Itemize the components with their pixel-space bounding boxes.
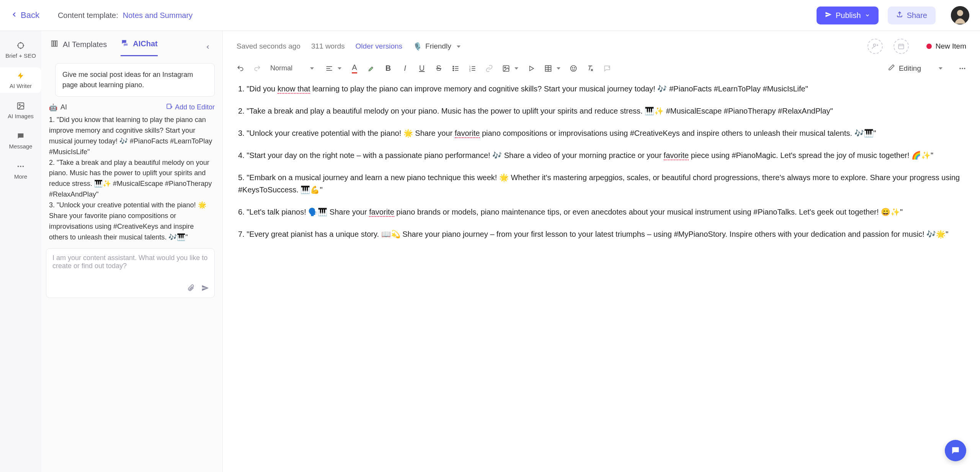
highlight-button[interactable]	[368, 65, 375, 72]
svg-point-11	[20, 166, 21, 167]
underline-button[interactable]: U	[418, 64, 426, 73]
left-rail: Brief + SEO AI Writer AI Images Message	[0, 31, 41, 472]
rail-item-ai-writer[interactable]: AI Writer	[0, 67, 41, 93]
bulleted-list-button[interactable]	[452, 65, 459, 72]
rail-label: Message	[9, 143, 33, 150]
status-label[interactable]: New Item	[936, 42, 966, 50]
doc-paragraph[interactable]: 2. "Take a break and play a beautiful me…	[238, 105, 965, 117]
pencil-icon	[888, 64, 895, 73]
word-count: 311 words	[311, 42, 345, 50]
ai-response-text: 1. "Did you know that learning to play t…	[49, 115, 215, 243]
ai-label: 🤖 AI	[49, 103, 67, 112]
tone-selector[interactable]: 🎙️ Friendly	[413, 42, 461, 51]
editing-mode-select[interactable]: Editing	[888, 64, 942, 73]
svg-point-10	[18, 166, 19, 167]
svg-point-53	[960, 68, 961, 69]
image-icon	[16, 101, 25, 111]
rail-item-brief-seo[interactable]: Brief + SEO	[0, 37, 41, 63]
doc-paragraph[interactable]: 3. "Unlock your creative potential with …	[238, 127, 965, 139]
rail-label: Brief + SEO	[5, 52, 36, 59]
svg-point-29	[453, 70, 454, 71]
rail-label: AI Writer	[10, 83, 32, 89]
chevron-down-icon	[936, 64, 942, 73]
publish-label: Publish	[836, 11, 861, 20]
books-icon	[51, 39, 59, 50]
robot-icon: 🤖	[49, 103, 57, 112]
tab-ai-templates[interactable]: AI Templates	[51, 39, 107, 56]
comment-button[interactable]	[603, 65, 611, 72]
target-icon	[16, 41, 25, 50]
clear-formatting-button[interactable]	[586, 65, 594, 72]
svg-rect-15	[56, 41, 57, 46]
add-collaborator-button[interactable]	[867, 39, 883, 54]
svg-point-48	[574, 67, 575, 68]
ai-side-panel: AI Templates AIChat Give me social post …	[41, 31, 223, 472]
user-prompt-bubble: Give me social post ideas for an Instagr…	[55, 63, 215, 97]
svg-point-55	[964, 68, 965, 69]
emoji-button[interactable]	[570, 65, 577, 72]
chat-input[interactable]	[52, 254, 208, 277]
strikethrough-button[interactable]: S	[435, 64, 443, 73]
link-button[interactable]	[485, 65, 493, 72]
insert-video-button[interactable]	[528, 65, 535, 72]
collapse-panel-button[interactable]	[205, 42, 213, 52]
doc-paragraph[interactable]: 5. "Embark on a musical journey and lear…	[238, 171, 965, 196]
saved-status: Saved seconds ago	[237, 42, 301, 50]
add-to-editor-button[interactable]: Add to Editor	[166, 103, 215, 112]
svg-point-27	[453, 66, 454, 67]
doc-paragraph[interactable]: 7. "Every great pianist has a unique sto…	[238, 228, 965, 240]
chevron-down-icon	[308, 64, 314, 72]
undo-button[interactable]	[237, 65, 244, 72]
italic-button[interactable]: I	[401, 64, 409, 73]
numbered-list-button[interactable]: 123	[469, 65, 476, 72]
chevron-left-icon	[11, 10, 18, 20]
chat-bubbles-icon	[121, 39, 129, 49]
paragraph-style-select[interactable]: Normal	[270, 64, 316, 72]
attachment-button[interactable]	[187, 284, 194, 294]
svg-point-54	[962, 68, 963, 69]
rail-item-more[interactable]: More	[0, 158, 41, 184]
svg-rect-13	[52, 41, 53, 46]
insert-table-button[interactable]	[544, 64, 560, 72]
editing-label: Editing	[899, 64, 921, 73]
doc-paragraph[interactable]: 6. "Let's talk pianos! 🗣️🎹 Share your fa…	[238, 206, 965, 218]
svg-point-12	[23, 166, 24, 167]
rail-label: AI Images	[8, 113, 34, 119]
tab-label: AI Templates	[63, 40, 107, 49]
editor-toolbar: Normal A B I U S 123	[223, 59, 980, 80]
tab-ai-chat[interactable]: AIChat	[121, 39, 157, 56]
document-body[interactable]: 1. "Did you know that learning to play t…	[223, 80, 980, 265]
svg-point-47	[572, 67, 573, 68]
help-chat-fab[interactable]	[945, 440, 966, 461]
editor-area: Saved seconds ago 311 words Older versio…	[223, 31, 980, 472]
back-button[interactable]: Back	[11, 10, 39, 20]
upload-icon	[896, 11, 903, 20]
svg-marker-41	[530, 66, 534, 71]
share-button[interactable]: Share	[888, 7, 936, 24]
redo-button[interactable]	[253, 65, 261, 72]
bold-button[interactable]: B	[384, 64, 392, 73]
align-button[interactable]	[325, 64, 341, 72]
rail-item-ai-images[interactable]: AI Images	[0, 98, 41, 123]
template-name-link[interactable]: Notes and Summary	[123, 11, 193, 20]
publish-button[interactable]: Publish	[817, 7, 879, 24]
doc-paragraph[interactable]: 1. "Did you know that learning to play t…	[238, 83, 965, 95]
tab-label: AIChat	[133, 39, 157, 48]
insert-icon	[166, 103, 173, 112]
rail-item-message[interactable]: Message	[0, 128, 41, 153]
doc-paragraph[interactable]: 4. "Start your day on the right note – w…	[238, 149, 965, 161]
status-dot-icon	[926, 44, 932, 49]
svg-point-9	[19, 104, 20, 106]
insert-image-button[interactable]	[502, 64, 518, 72]
more-toolbar-button[interactable]	[959, 65, 966, 72]
chat-icon	[16, 132, 25, 141]
svg-point-17	[873, 44, 875, 46]
send-button[interactable]	[201, 284, 209, 294]
add-date-button[interactable]	[893, 39, 909, 54]
rail-label: More	[14, 173, 27, 180]
svg-rect-14	[54, 41, 55, 46]
user-avatar[interactable]	[951, 6, 969, 24]
svg-point-2	[957, 10, 963, 16]
font-color-button[interactable]: A	[351, 63, 358, 73]
older-versions-link[interactable]: Older versions	[356, 42, 403, 50]
